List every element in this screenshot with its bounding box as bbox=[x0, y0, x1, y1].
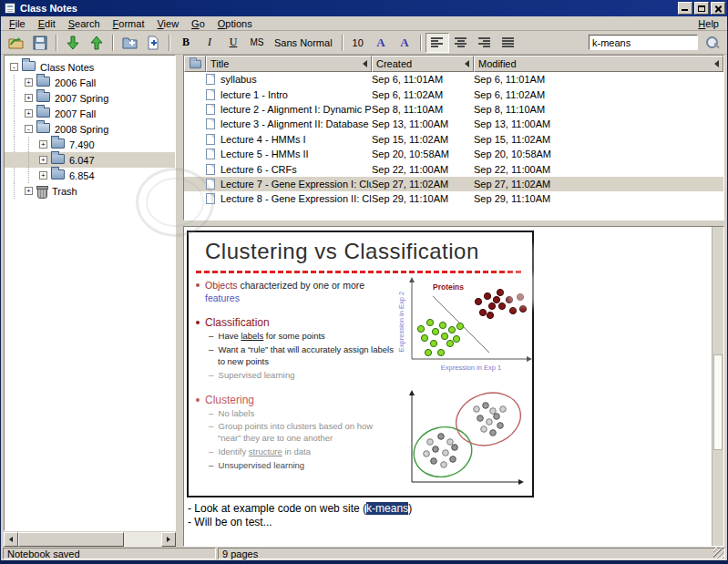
titlebar[interactable]: Class Notes bbox=[1, 0, 727, 16]
green-cluster bbox=[417, 319, 463, 355]
clustering-header: Clustering bbox=[196, 394, 398, 406]
align-justify-button[interactable] bbox=[497, 33, 520, 53]
classification-scatter-plot: Expression in Exp 2 Expression in Exp 1 … bbox=[396, 274, 533, 376]
expander-icon[interactable]: + bbox=[25, 94, 33, 102]
new-page-button[interactable] bbox=[141, 33, 165, 53]
new-folder-button[interactable] bbox=[118, 33, 141, 53]
menu-go[interactable]: Go bbox=[185, 17, 211, 30]
tree-item-class-notes[interactable]: -Class Notes bbox=[5, 59, 175, 75]
font-size-display[interactable]: 10 bbox=[347, 37, 369, 48]
created-column-header[interactable]: Created bbox=[372, 56, 474, 72]
increase-font-button[interactable]: A bbox=[369, 33, 393, 53]
expander-icon[interactable]: - bbox=[10, 63, 18, 71]
tree-horizontal-scrollbar[interactable] bbox=[4, 532, 176, 547]
note-created: Sep 6, 11:01AM bbox=[372, 74, 474, 85]
align-center-button[interactable] bbox=[449, 33, 473, 53]
window-title: Class Notes bbox=[20, 3, 676, 14]
menu-format[interactable]: Format bbox=[107, 17, 151, 30]
table-row[interactable]: Lecture 4 - HMMs ISep 15, 11:02AMSep 15,… bbox=[184, 132, 723, 147]
expander-icon[interactable]: + bbox=[25, 187, 33, 195]
menu-view[interactable]: View bbox=[150, 17, 185, 30]
menu-help[interactable]: Help bbox=[692, 17, 725, 30]
table-row[interactable]: Lecture 6 - CRFsSep 22, 11:00AMSep 22, 1… bbox=[184, 161, 723, 176]
vertical-splitter[interactable] bbox=[176, 55, 183, 547]
scrollbar-thumb[interactable] bbox=[18, 532, 124, 547]
open-notebook-button[interactable] bbox=[5, 33, 28, 53]
note-created: Sep 6, 11:02AM bbox=[372, 89, 474, 100]
tree-item-trash[interactable]: +Trash bbox=[5, 183, 175, 199]
expander-icon[interactable]: + bbox=[25, 109, 33, 118]
tree-item-6-047[interactable]: +6.047 bbox=[5, 152, 175, 168]
note-title: Lecture 8 - Gene Expression II: Classifi… bbox=[220, 193, 372, 204]
toolbar-separator bbox=[56, 35, 57, 51]
tree-item-2006-fall[interactable]: +2006 Fall bbox=[5, 75, 175, 90]
table-row[interactable]: lecture 2 - Alignment I: Dynamic Program… bbox=[184, 102, 723, 117]
folder-icon bbox=[36, 77, 50, 87]
tree-item-label: 6.047 bbox=[69, 155, 95, 166]
list-item: Supervised learning bbox=[209, 370, 398, 382]
expander-icon[interactable]: + bbox=[39, 171, 47, 179]
page-icon bbox=[206, 89, 215, 100]
table-row[interactable]: syllabusSep 6, 11:01AMSep 6, 11:01AM bbox=[184, 72, 723, 87]
tree-item-2007-spring[interactable]: +2007 Spring bbox=[5, 90, 175, 106]
clustering-section: Clustering No labels Group points into c… bbox=[196, 394, 398, 472]
tree-item-label: 2006 Fall bbox=[55, 77, 96, 88]
table-row[interactable]: Lecture 5 - HMMs IISep 20, 10:58AMSep 20… bbox=[184, 147, 723, 161]
note-title: syllabus bbox=[220, 74, 257, 85]
tree-item-6-854[interactable]: +6.854 bbox=[5, 168, 175, 183]
tree-item-2007-fall[interactable]: +2007 Fall bbox=[5, 106, 175, 121]
scroll-right-button[interactable] bbox=[161, 532, 176, 547]
red-cluster bbox=[475, 289, 526, 318]
search-input[interactable] bbox=[589, 35, 698, 50]
editor-vertical-scrollbar[interactable] bbox=[712, 227, 723, 546]
go-back-down-button[interactable] bbox=[61, 33, 85, 53]
note-created: Sep 13, 11:00AM bbox=[372, 118, 474, 129]
modified-column-header[interactable]: Modified bbox=[474, 56, 723, 72]
table-row-selected[interactable]: Lecture 7 - Gene Expression I: Clusterin… bbox=[184, 177, 723, 191]
save-button[interactable] bbox=[28, 33, 52, 53]
gray-cluster-b bbox=[474, 403, 507, 436]
expander-icon[interactable]: - bbox=[25, 125, 33, 133]
tree-item-2008-spring[interactable]: -2008 Spring bbox=[5, 121, 175, 137]
note-editor[interactable]: Clustering vs Classification Objects cha… bbox=[183, 226, 724, 547]
title-column-header[interactable]: Title bbox=[206, 56, 372, 72]
go-up-button[interactable] bbox=[85, 33, 108, 53]
italic-button[interactable]: I bbox=[198, 33, 221, 53]
expander-icon[interactable]: + bbox=[39, 156, 47, 164]
table-row[interactable]: Lecture 8 - Gene Expression II: Classifi… bbox=[184, 191, 723, 206]
scrollbar-track[interactable] bbox=[124, 532, 161, 547]
align-right-button[interactable] bbox=[473, 33, 497, 53]
decrease-font-button[interactable]: A bbox=[393, 33, 416, 53]
table-row[interactable]: lecture 1 - IntroSep 6, 11:02AMSep 6, 11… bbox=[184, 87, 723, 101]
menu-search[interactable]: Search bbox=[62, 17, 107, 30]
expander-icon[interactable]: + bbox=[39, 140, 47, 149]
monospace-button[interactable]: MS bbox=[245, 33, 269, 53]
maximize-button[interactable] bbox=[694, 2, 709, 15]
tree-item-label: 7.490 bbox=[69, 139, 95, 150]
underline-button[interactable]: U bbox=[221, 33, 245, 53]
icon-column-header[interactable] bbox=[184, 56, 206, 72]
menu-edit[interactable]: Edit bbox=[32, 17, 62, 30]
minimize-button[interactable] bbox=[678, 2, 692, 15]
scroll-left-button[interactable] bbox=[4, 532, 18, 547]
close-button[interactable] bbox=[711, 2, 725, 15]
font-name-display[interactable]: Sans Normal bbox=[269, 37, 338, 48]
expander-icon[interactable]: + bbox=[25, 78, 33, 87]
table-row[interactable]: lecture 3 - Alignment II: Database searc… bbox=[184, 117, 723, 131]
menu-options[interactable]: Options bbox=[211, 17, 259, 30]
note-created: Sep 20, 10:58AM bbox=[372, 149, 474, 159]
list-rows: syllabusSep 6, 11:01AMSep 6, 11:01AM lec… bbox=[184, 72, 723, 220]
tree-item-label: 2007 Fall bbox=[55, 108, 96, 119]
search-icon[interactable] bbox=[705, 36, 720, 50]
app-icon bbox=[5, 3, 15, 14]
resize-grip[interactable] bbox=[713, 548, 724, 559]
toolbar-separator bbox=[112, 35, 114, 51]
scrollbar-thumb[interactable] bbox=[713, 354, 723, 450]
bold-button[interactable]: B bbox=[174, 33, 198, 53]
align-left-button[interactable] bbox=[426, 33, 449, 53]
clustering-scatter-plot bbox=[400, 385, 528, 493]
tree-item-7-490[interactable]: +7.490 bbox=[5, 137, 175, 152]
page-icon bbox=[206, 118, 215, 129]
menu-file[interactable]: File bbox=[3, 17, 32, 30]
list-item: Unsupervised learning bbox=[209, 460, 398, 472]
